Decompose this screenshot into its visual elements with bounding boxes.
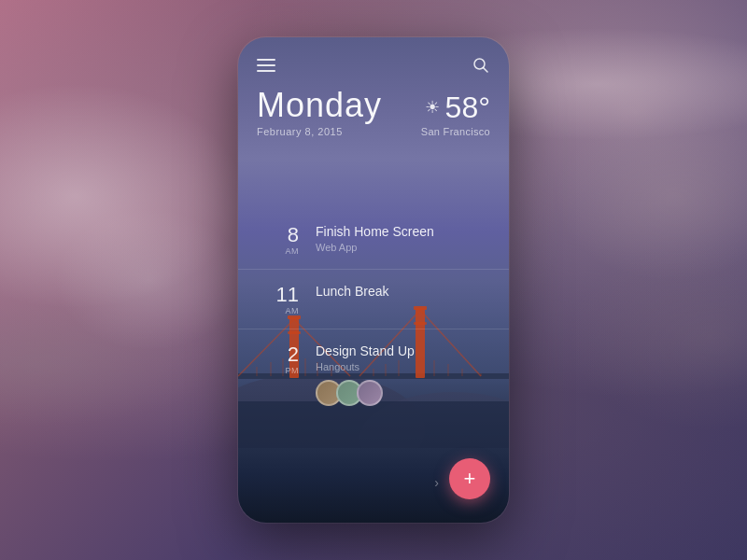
menu-line-1 bbox=[257, 59, 275, 61]
event-subtitle-1: Web App bbox=[316, 242, 490, 253]
phone-frame: Monday February 8, 2015 ☀ 58° San Franci… bbox=[238, 37, 509, 523]
event-details-3: Design Stand Up Hangouts bbox=[316, 343, 490, 406]
event-hour-3: 2 bbox=[288, 344, 299, 365]
phone-wrapper: Monday February 8, 2015 ☀ 58° San Franci… bbox=[238, 37, 509, 523]
event-title-3: Design Stand Up bbox=[316, 343, 490, 359]
fab-add-button[interactable]: + bbox=[449, 458, 490, 499]
event-title-2: Lunch Break bbox=[316, 283, 490, 300]
event-item-1[interactable]: 8 AM Finish Home Screen Web App bbox=[238, 210, 509, 269]
weather-location: San Francisco bbox=[421, 126, 490, 137]
avatar-3 bbox=[357, 380, 383, 406]
event-details-1: Finish Home Screen Web App bbox=[316, 223, 490, 253]
event-avatars-3 bbox=[316, 380, 490, 406]
event-item-3[interactable]: 2 PM Design Stand Up Hangouts bbox=[238, 329, 509, 419]
event-ampm-1: AM bbox=[286, 246, 300, 256]
day-name: Monday bbox=[257, 89, 382, 122]
event-ampm-2: AM bbox=[286, 306, 300, 315]
event-details-2: Lunch Break bbox=[316, 283, 490, 300]
date-block: Monday February 8, 2015 bbox=[257, 89, 382, 137]
event-hour-1: 8 bbox=[288, 225, 299, 245]
event-hour-2: 11 bbox=[276, 285, 299, 305]
event-item-2[interactable]: 11 AM Lunch Break bbox=[238, 269, 509, 329]
time-block-3: 2 PM bbox=[257, 343, 299, 375]
phone-header bbox=[238, 37, 509, 84]
time-block-1: 8 AM bbox=[257, 223, 299, 256]
menu-line-3 bbox=[257, 70, 275, 72]
events-list: 8 AM Finish Home Screen Web App 11 AM Lu… bbox=[238, 210, 509, 419]
temperature: 58° bbox=[445, 92, 490, 122]
event-ampm-3: PM bbox=[286, 366, 300, 375]
sun-icon: ☀ bbox=[425, 97, 440, 118]
search-button[interactable] bbox=[472, 56, 490, 75]
time-block-2: 11 AM bbox=[257, 283, 299, 315]
right-arrow-indicator: › bbox=[434, 475, 439, 490]
plus-icon: + bbox=[464, 469, 476, 489]
weather-block: ☀ 58° San Francisco bbox=[421, 92, 490, 137]
menu-button[interactable] bbox=[257, 59, 275, 72]
weather-date-section: Monday February 8, 2015 ☀ 58° San Franci… bbox=[238, 89, 509, 137]
menu-line-2 bbox=[257, 64, 275, 66]
full-date: February 8, 2015 bbox=[257, 126, 382, 137]
svg-line-28 bbox=[484, 68, 488, 73]
event-title-1: Finish Home Screen bbox=[316, 223, 490, 240]
event-subtitle-3: Hangouts bbox=[316, 361, 490, 372]
temperature-row: ☀ 58° bbox=[425, 92, 490, 122]
